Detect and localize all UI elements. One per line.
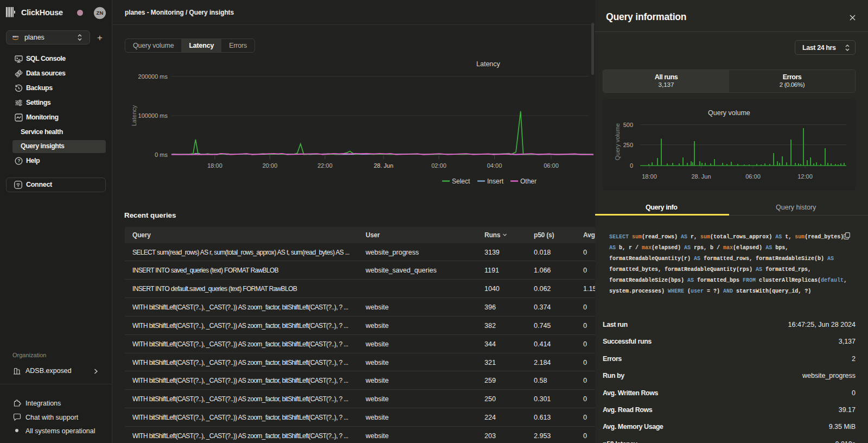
svg-text:12:00: 12:00	[797, 173, 813, 180]
svg-text:06:00: 06:00	[745, 173, 761, 180]
svg-text:02:00: 02:00	[431, 162, 446, 169]
svg-text:Insert: Insert	[487, 178, 504, 185]
svg-text:250: 250	[623, 142, 633, 148]
svg-text:20:00: 20:00	[263, 162, 278, 169]
svg-text:?: ?	[17, 158, 20, 163]
svg-text:06:00: 06:00	[544, 162, 559, 169]
svg-text:Select: Select	[452, 178, 470, 185]
svg-text:0: 0	[630, 162, 633, 169]
svg-text:500: 500	[623, 122, 633, 128]
svg-text:18:00: 18:00	[642, 173, 657, 180]
svg-text:04:00: 04:00	[487, 162, 502, 169]
svg-text:28. Jun: 28. Jun	[691, 173, 711, 180]
svg-text:aws: aws	[12, 35, 19, 38]
svg-text:22:00: 22:00	[317, 162, 333, 169]
svg-text:Other: Other	[520, 178, 537, 185]
svg-text:0 ms: 0 ms	[155, 151, 168, 158]
svg-text:100000 ms: 100000 ms	[138, 112, 168, 119]
svg-text:18:00: 18:00	[207, 162, 222, 169]
svg-text:28. Jun: 28. Jun	[374, 162, 393, 169]
svg-text:200000 ms: 200000 ms	[138, 73, 168, 80]
